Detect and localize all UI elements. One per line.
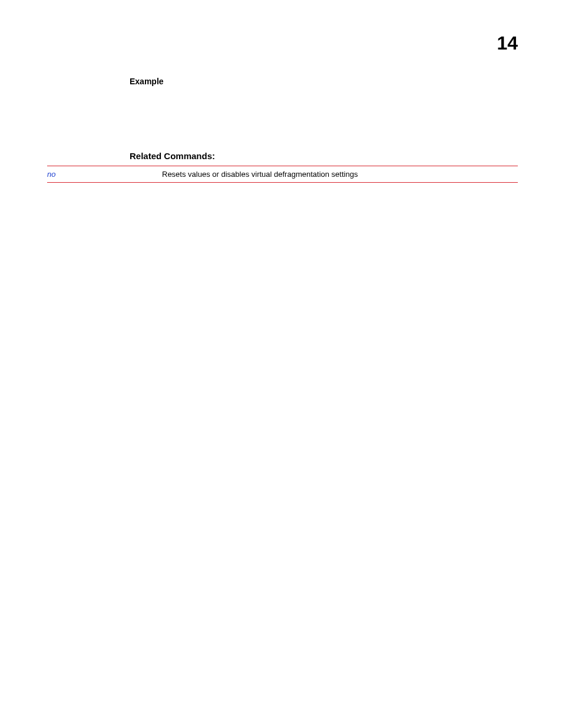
related-commands-heading: Related Commands: (130, 151, 518, 161)
command-description: Resets values or disables virtual defrag… (162, 166, 518, 183)
page-content: Example Related Commands: no Resets valu… (47, 77, 518, 183)
table-row: no Resets values or disables virtual def… (47, 166, 518, 183)
example-heading: Example (130, 77, 518, 86)
page-number: 14 (497, 32, 518, 54)
command-name-link[interactable]: no (47, 166, 162, 183)
related-commands-table: no Resets values or disables virtual def… (47, 166, 518, 183)
